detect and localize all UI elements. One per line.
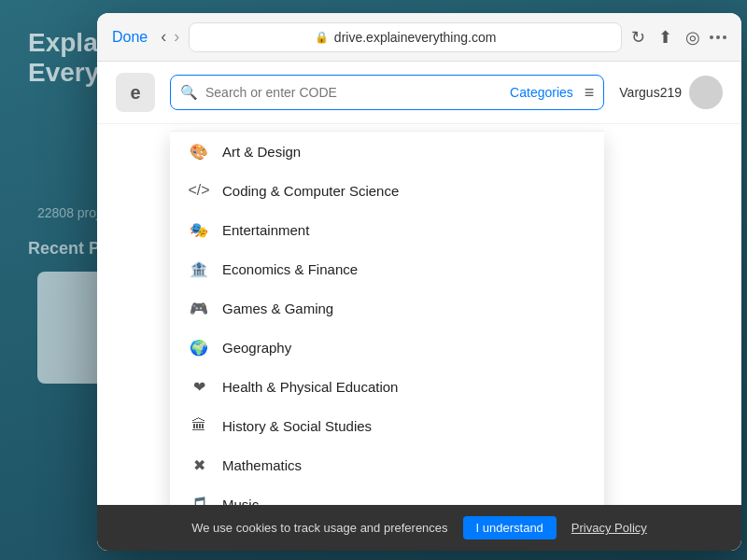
economics-finance-icon: 🏦 [189, 259, 209, 279]
understand-button[interactable]: I understand [463, 516, 557, 539]
dropdown-item-coding-cs[interactable]: </>Coding & Computer Science [170, 171, 604, 210]
health-pe-label: Health & Physical Education [222, 379, 398, 395]
search-bar[interactable]: 🔍 Categories ≡ [170, 75, 604, 110]
dot-2 [716, 35, 720, 39]
games-gaming-label: Games & Gaming [222, 301, 333, 316]
reload-button[interactable]: ↻ [631, 27, 645, 48]
dropdown-item-mathematics[interactable]: ✖Mathematics [170, 445, 604, 484]
done-button[interactable]: Done [112, 29, 148, 46]
dropdown-item-entertainment[interactable]: 🎭Entertainment [170, 210, 604, 249]
browser-window: Done ‹ › 🔒 drive.explaineverything.com ↻… [97, 13, 741, 551]
compass-button[interactable]: ◎ [685, 27, 700, 48]
dot-3 [723, 35, 726, 39]
search-container: 🔍 Categories ≡ 🎨Art & Design</>Coding & … [170, 75, 604, 110]
art-design-label: Art & Design [222, 144, 301, 160]
dropdown-item-economics-finance[interactable]: 🏦Economics & Finance [170, 249, 604, 288]
more-menu[interactable] [710, 35, 726, 39]
entertainment-icon: 🎭 [189, 219, 209, 240]
coding-cs-label: Coding & Computer Science [222, 183, 399, 199]
health-pe-icon: ❤ [189, 376, 209, 397]
history-social-icon: 🏛 [189, 415, 209, 436]
app-logo: e [116, 73, 155, 112]
games-gaming-icon: 🎮 [189, 298, 209, 318]
geography-label: Geography [222, 340, 291, 356]
art-design-icon: 🎨 [189, 141, 209, 161]
nav-arrows: ‹ › [161, 27, 179, 47]
share-button[interactable]: ⬆ [658, 27, 672, 48]
dropdown-item-games-gaming[interactable]: 🎮Games & Gaming [170, 288, 604, 328]
logo-letter: e [130, 82, 140, 104]
back-arrow[interactable]: ‹ [161, 27, 166, 47]
username-label: Vargus219 [619, 85, 682, 100]
address-text: drive.explaineverything.com [334, 30, 497, 45]
browser-actions: ↻ ⬆ ◎ [631, 27, 700, 48]
dropdown-item-health-pe[interactable]: ❤Health & Physical Education [170, 367, 604, 406]
dot-1 [710, 35, 713, 39]
history-social-label: History & Social Studies [222, 418, 372, 434]
app-header: e 🔍 Categories ≡ 🎨Art & Design</>Coding … [97, 62, 741, 124]
forward-arrow[interactable]: › [174, 27, 179, 47]
dropdown-item-art-design[interactable]: 🎨Art & Design [170, 132, 604, 171]
categories-button[interactable]: Categories [510, 85, 573, 100]
dropdown-item-history-social[interactable]: 🏛History & Social Studies [170, 406, 604, 445]
cookie-text: We use cookies to track usage and prefer… [191, 521, 447, 535]
search-icon: 🔍 [180, 84, 198, 101]
mathematics-icon: ✖ [189, 455, 209, 475]
page-content: e 🔍 Categories ≡ 🎨Art & Design</>Coding … [97, 62, 741, 551]
coding-cs-icon: </> [189, 180, 209, 201]
geography-icon: 🌍 [189, 337, 209, 357]
dropdown-item-geography[interactable]: 🌍Geography [170, 328, 604, 367]
mathematics-label: Mathematics [222, 457, 302, 473]
search-input[interactable] [205, 85, 502, 100]
user-avatar[interactable] [689, 76, 723, 109]
privacy-policy-link[interactable]: Privacy Policy [571, 521, 647, 535]
entertainment-label: Entertainment [222, 222, 309, 238]
categories-dropdown: 🎨Art & Design</>Coding & Computer Scienc… [170, 131, 604, 551]
user-area: Vargus219 [619, 76, 723, 109]
hamburger-button[interactable]: ≡ [585, 83, 595, 103]
economics-finance-label: Economics & Finance [222, 261, 358, 277]
cookie-banner: We use cookies to track usage and prefer… [97, 505, 741, 551]
browser-topbar: Done ‹ › 🔒 drive.explaineverything.com ↻… [97, 13, 741, 62]
lock-icon: 🔒 [315, 31, 329, 44]
address-bar[interactable]: 🔒 drive.explaineverything.com [189, 22, 622, 52]
